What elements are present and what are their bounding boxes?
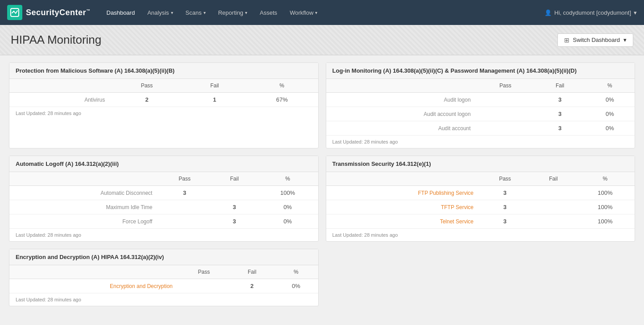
row-fail: 3 — [535, 93, 585, 107]
row-pass — [158, 200, 211, 214]
row-label: FTP Publishing Service — [326, 186, 479, 200]
nav-items: Dashboard Analysis ▾ Scans ▾ Reporting ▾… — [101, 6, 544, 20]
col-fail: Fail — [183, 79, 246, 93]
scans-caret: ▾ — [204, 10, 206, 15]
user-icon: 👤 — [544, 9, 552, 16]
row-pct: 100% — [576, 186, 635, 200]
nav-analysis[interactable]: Analysis ▾ — [142, 6, 178, 20]
row-pass — [476, 93, 535, 107]
row-pass: 3 — [479, 200, 531, 214]
table-row: Force Logoff 3 0% — [9, 214, 318, 229]
switch-dashboard-label: Switch Dashboard — [573, 37, 620, 43]
grid-icon: ⊞ — [564, 37, 569, 44]
brand-icon — [7, 5, 22, 20]
table-row: Audit account logon 3 0% — [326, 107, 635, 121]
card-encryption-header: Encryption and Decryption (A) HIPAA 164.… — [9, 249, 318, 265]
row-fail: 3 — [212, 214, 258, 229]
row-pass — [158, 214, 211, 229]
col-pct: % — [585, 79, 635, 93]
row-pct: 100% — [576, 214, 635, 229]
row-fail — [531, 214, 576, 229]
row-pass — [178, 279, 230, 293]
row-fail — [212, 186, 258, 200]
row-label: Audit logon — [326, 93, 476, 107]
table-row: Automatic Disconnect 3 100% — [9, 186, 318, 200]
nav-assets[interactable]: Assets — [254, 6, 283, 20]
row-pass: 3 — [479, 186, 531, 200]
brand[interactable]: SecurityCenter™ — [7, 5, 91, 20]
col-label — [9, 172, 158, 186]
col-pass: Pass — [476, 79, 535, 93]
row-fail — [531, 186, 576, 200]
row-label: Audit account — [326, 121, 476, 136]
row-label: Force Logoff — [9, 214, 158, 229]
card-transmission: Transmission Security 164.312(e)(1) Pass… — [326, 156, 636, 242]
user-menu[interactable]: 👤 Hi, codydumont [codydumont] ▾ — [544, 9, 637, 16]
row-fail: 3 — [535, 107, 585, 121]
col-label — [9, 79, 110, 93]
col-pass: Pass — [178, 265, 230, 279]
brand-trademark: ™ — [86, 8, 91, 13]
col-fail: Fail — [230, 265, 274, 279]
user-caret: ▾ — [634, 9, 637, 16]
col-pass: Pass — [479, 172, 531, 186]
row-label: Automatic Disconnect — [9, 186, 158, 200]
nav-dashboard[interactable]: Dashboard — [101, 6, 141, 20]
row-pct: 0% — [585, 93, 635, 107]
logoff-table: Pass Fail % Automatic Disconnect 3 100% … — [9, 172, 318, 228]
col-pct: % — [274, 265, 318, 279]
table-row: FTP Publishing Service 3 100% — [326, 186, 635, 200]
nav-scans[interactable]: Scans ▾ — [180, 6, 211, 20]
row-pass: 2 — [110, 93, 183, 107]
col-pct: % — [258, 172, 318, 186]
card-transmission-body: Pass Fail % FTP Publishing Service 3 100… — [326, 172, 635, 228]
row-fail: 3 — [535, 121, 585, 136]
row-label: Maximum Idle Time — [9, 200, 158, 214]
col-pct: % — [576, 172, 635, 186]
table-row: Audit account 3 0% — [326, 121, 635, 136]
card-logoff: Automatic Logoff (A) 164.312(a)(2)(iii) … — [9, 156, 319, 242]
row-pct: 100% — [258, 186, 318, 200]
row-label: TFTP Service — [326, 200, 479, 214]
switch-dashboard-button[interactable]: ⊞ Switch Dashboard ▾ — [557, 33, 634, 47]
row-pct: 100% — [576, 200, 635, 214]
row-pct: 67% — [246, 93, 318, 107]
col-label — [9, 265, 178, 279]
transmission-table: Pass Fail % FTP Publishing Service 3 100… — [326, 172, 635, 228]
col-label — [326, 79, 476, 93]
table-row: Telnet Service 3 100% — [326, 214, 635, 229]
table-row: Maximum Idle Time 3 0% — [9, 200, 318, 214]
card-malicious-footer: Last Updated: 28 minutes ago — [9, 107, 318, 119]
row-pct: 0% — [258, 214, 318, 229]
malicious-table: Pass Fail % Antivirus 2 1 67% — [9, 79, 318, 107]
login-table: Pass Fail % Audit logon 3 0% Audit accou… — [326, 79, 635, 135]
row-pass — [476, 107, 535, 121]
table-row: Encryption and Decryption 2 0% — [9, 279, 318, 293]
row-pct: 0% — [585, 121, 635, 136]
page-header: HIPAA Monitoring ⊞ Switch Dashboard ▾ — [0, 25, 644, 55]
user-label: Hi, codydumont [codydumont] — [554, 9, 631, 16]
card-transmission-footer: Last Updated: 28 minutes ago — [326, 228, 635, 241]
row-pass — [476, 121, 535, 136]
main-content: Protection from Malicious Software (A) 1… — [0, 55, 644, 313]
table-row: Antivirus 2 1 67% — [9, 93, 318, 107]
workflow-caret: ▾ — [315, 10, 317, 15]
card-encryption-body: Pass Fail % Encryption and Decryption 2 … — [9, 265, 318, 293]
row-label: Audit account logon — [326, 107, 476, 121]
nav-workflow[interactable]: Workflow ▾ — [284, 6, 323, 20]
row-pass: 3 — [479, 214, 531, 229]
row-pct: 0% — [585, 107, 635, 121]
table-row: Audit logon 3 0% — [326, 93, 635, 107]
row-fail: 2 — [230, 279, 274, 293]
row-pass: 3 — [158, 186, 211, 200]
col-label — [326, 172, 479, 186]
col-pct: % — [246, 79, 318, 93]
row-label: Antivirus — [9, 93, 110, 107]
card-malicious-header: Protection from Malicious Software (A) 1… — [9, 63, 318, 79]
col-pass: Pass — [158, 172, 211, 186]
nav-reporting[interactable]: Reporting ▾ — [213, 6, 253, 20]
row-fail: 3 — [212, 200, 258, 214]
card-transmission-header: Transmission Security 164.312(e)(1) — [326, 156, 635, 172]
reporting-caret: ▾ — [245, 10, 247, 15]
row-fail: 1 — [183, 93, 246, 107]
